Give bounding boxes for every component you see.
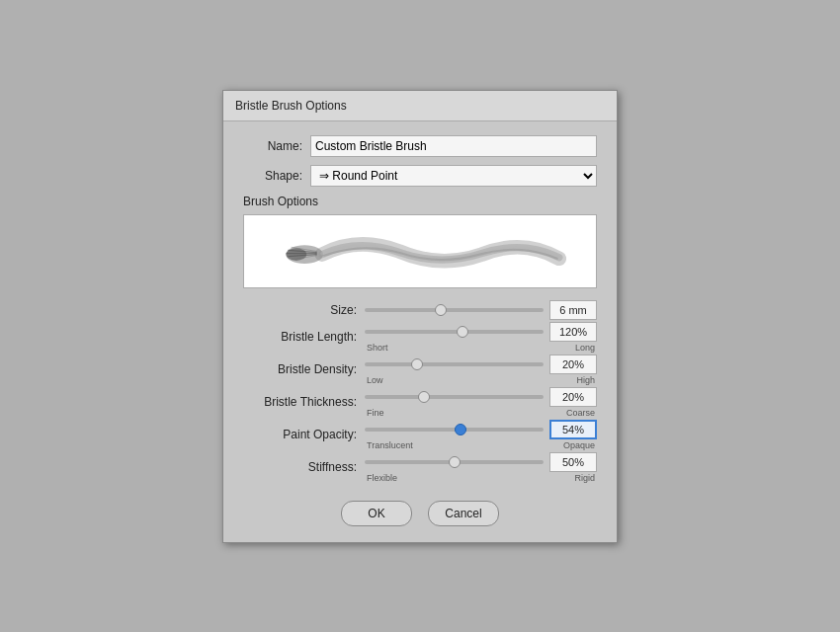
name-label: Name:	[243, 139, 302, 153]
slider-hint-right-bristle-density: High	[576, 375, 595, 385]
slider-row-paint-opacity: Paint Opacity:54%TranslucentOpaque	[243, 420, 597, 450]
slider-input-size[interactable]	[365, 308, 544, 312]
slider-hint-left-bristle-length: Short	[367, 343, 388, 353]
slider-value-bristle-thickness: 20%	[549, 387, 597, 407]
slider-hint-left-stiffness: Flexible	[367, 473, 397, 483]
slider-input-paint-opacity[interactable]	[365, 428, 544, 432]
slider-input-bristle-density[interactable]	[365, 362, 544, 366]
slider-wrap-paint-opacity: 54%TranslucentOpaque	[365, 420, 597, 450]
ok-button[interactable]: OK	[341, 501, 412, 526]
slider-hint-right-paint-opacity: Opaque	[563, 440, 595, 450]
shape-label: Shape:	[243, 169, 302, 183]
slider-wrap-bristle-length: 120%ShortLong	[365, 322, 597, 353]
slider-input-stiffness[interactable]	[365, 460, 544, 464]
slider-label-bristle-thickness: Bristle Thickness:	[243, 395, 357, 409]
slider-row-bristle-density: Bristle Density:20%LowHigh	[243, 355, 597, 385]
name-row: Name:	[243, 135, 597, 157]
slider-hint-left-bristle-density: Low	[367, 375, 383, 385]
slider-label-bristle-density: Bristle Density:	[243, 362, 357, 376]
slider-wrap-stiffness: 50%FlexibleRigid	[365, 452, 597, 483]
slider-input-bristle-thickness[interactable]	[365, 395, 544, 399]
buttons-row: OK Cancel	[243, 501, 597, 526]
slider-hint-left-bristle-thickness: Fine	[367, 408, 384, 418]
slider-value-bristle-density: 20%	[549, 355, 597, 374]
shape-select[interactable]: ⇒ Round Point	[310, 165, 597, 187]
cancel-button[interactable]: Cancel	[428, 501, 499, 526]
slider-row-bristle-thickness: Bristle Thickness:20%FineCoarse	[243, 387, 597, 418]
brush-preview	[243, 214, 597, 288]
slider-row-bristle-length: Bristle Length:120%ShortLong	[243, 322, 597, 353]
brush-options-label: Brush Options	[243, 195, 597, 208]
slider-value-stiffness: 50%	[549, 452, 597, 472]
slider-wrap-bristle-thickness: 20%FineCoarse	[365, 387, 597, 418]
slider-hint-left-paint-opacity: Translucent	[367, 440, 413, 450]
slider-label-size: Size:	[243, 303, 357, 317]
name-input[interactable]	[310, 135, 597, 157]
slider-wrap-size: 6 mm	[365, 300, 597, 320]
slider-label-bristle-length: Bristle Length:	[243, 330, 357, 344]
sliders-section: Size:6 mmBristle Length:120%ShortLongBri…	[243, 300, 597, 483]
brush-preview-svg	[244, 215, 596, 287]
slider-label-paint-opacity: Paint Opacity:	[243, 428, 357, 441]
slider-hint-right-stiffness: Rigid	[574, 473, 595, 483]
slider-value-size: 6 mm	[549, 300, 597, 320]
slider-row-size: Size:6 mm	[243, 300, 597, 320]
slider-hint-right-bristle-length: Long	[575, 343, 595, 353]
shape-row: Shape: ⇒ Round Point	[243, 165, 597, 187]
slider-input-bristle-length[interactable]	[365, 330, 544, 334]
slider-value-paint-opacity[interactable]: 54%	[549, 420, 597, 439]
dialog-titlebar: Bristle Brush Options	[223, 91, 617, 121]
slider-row-stiffness: Stiffness:50%FlexibleRigid	[243, 452, 597, 483]
dialog-body: Name: Shape: ⇒ Round Point Brush Options	[223, 121, 617, 542]
dialog-title: Bristle Brush Options	[235, 99, 347, 113]
slider-hint-right-bristle-thickness: Coarse	[566, 408, 595, 418]
slider-wrap-bristle-density: 20%LowHigh	[365, 355, 597, 385]
bristle-brush-dialog: Bristle Brush Options Name: Shape: ⇒ Rou…	[222, 90, 618, 543]
slider-value-bristle-length: 120%	[549, 322, 597, 342]
slider-label-stiffness: Stiffness:	[243, 460, 357, 474]
